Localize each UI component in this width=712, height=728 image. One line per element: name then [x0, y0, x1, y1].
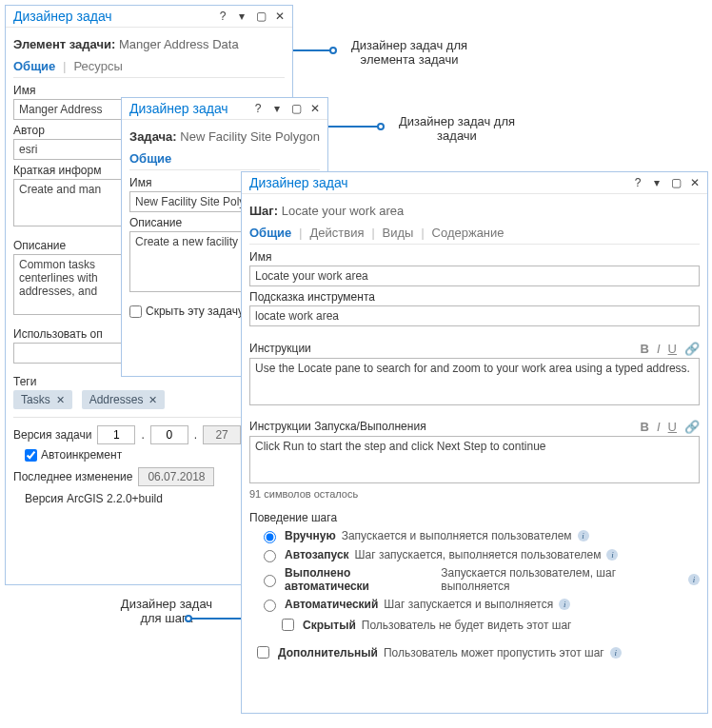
hide-task-checkbox[interactable] [129, 305, 142, 318]
hide-task-label: Скрыть эту задачу [146, 305, 244, 318]
dropdown-icon[interactable]: ▾ [650, 176, 663, 189]
maximize-icon[interactable]: ▢ [669, 176, 682, 189]
run-label: Инструкции Запуска/Выполнения [249, 420, 426, 433]
behavior-manual-desc: Запускается и выполняется пользователем [342, 529, 572, 542]
behavior-autostart-desc: Шаг запускается, выполняется пользовател… [355, 548, 602, 561]
link-button[interactable]: 🔗 [684, 342, 700, 356]
element-crumb-label: Элемент задачи: [13, 37, 115, 51]
behavior-label: Поведение шага [249, 511, 700, 524]
version-label: Версия задачи [13, 428, 91, 442]
behavior-autostart-radio[interactable] [264, 550, 276, 562]
version-build-input [203, 425, 241, 444]
annot-task-l2: задачи [381, 128, 533, 143]
behavior-autodone-radio[interactable] [264, 575, 276, 587]
tag-item[interactable]: Tasks ✕ [13, 390, 72, 409]
lastmod-label: Последнее изменение [13, 470, 132, 483]
info-icon[interactable]: i [578, 530, 589, 541]
annot-element-l1: Дизайнер задач для [333, 38, 485, 52]
tooltip-input[interactable] [249, 305, 700, 326]
underline-button[interactable]: U [668, 420, 677, 434]
behavior-auto-desc: Шаг запускается и выполняется [384, 598, 553, 611]
name-input[interactable] [249, 266, 700, 286]
task-crumb-value: New Facility Site Polygon [180, 129, 320, 144]
info-icon[interactable]: i [559, 599, 570, 610]
tag-label: Tasks [21, 393, 50, 406]
info-icon[interactable]: i [610, 647, 622, 659]
annot-task-l1: Дизайнер задач для [381, 114, 533, 128]
close-icon[interactable]: ✕ [688, 176, 702, 189]
autoinc-label: Автоинкремент [41, 448, 122, 462]
behavior-autostart-lab: Автозапуск [285, 548, 349, 561]
tag-remove-icon[interactable]: ✕ [148, 394, 157, 406]
help-icon[interactable]: ? [251, 102, 265, 115]
tag-item[interactable]: Addresses ✕ [82, 390, 166, 409]
annot-step-line [186, 618, 243, 620]
close-icon[interactable]: ✕ [308, 102, 322, 115]
underline-button[interactable]: U [668, 342, 677, 356]
task-crumb-label: Задача: [129, 129, 177, 144]
step-crumb-label: Шаг: [249, 204, 278, 218]
behavior-autodone-desc: Запускается пользователем, шаг выполняет… [441, 566, 682, 593]
tag-label: Addresses [89, 393, 144, 406]
step-panel: Дизайнер задач ? ▾ ▢ ✕ Шаг: Locate your … [241, 171, 708, 714]
help-icon[interactable]: ? [631, 176, 644, 189]
maximize-icon[interactable]: ▢ [254, 10, 267, 23]
run-input[interactable]: Click Run to start the step and click Ne… [249, 436, 700, 483]
behavior-hidden-desc: Пользователь не будет видеть этот шаг [362, 619, 572, 632]
tab-general[interactable]: Общие [249, 226, 291, 240]
tag-remove-icon[interactable]: ✕ [56, 394, 65, 406]
autoinc-checkbox[interactable] [25, 449, 37, 462]
tab-views[interactable]: Виды [383, 226, 414, 240]
optional-desc: Пользователь может пропустить этот шаг [384, 646, 604, 659]
name-label: Имя [249, 250, 700, 264]
behavior-manual-lab: Вручную [285, 529, 336, 542]
behavior-manual-radio[interactable] [264, 531, 276, 543]
info-icon[interactable]: i [688, 574, 700, 585]
behavior-autodone-lab: Выполнено автоматически [285, 566, 435, 593]
annot-task-line [326, 126, 384, 128]
version-minor-input[interactable] [150, 425, 188, 444]
step-crumb-value: Locate your work area [282, 204, 405, 218]
info-icon[interactable]: i [606, 549, 618, 561]
dropdown-icon[interactable]: ▾ [270, 102, 284, 115]
panel-title: Дизайнер задач [129, 101, 228, 116]
behavior-auto-lab: Автоматический [285, 598, 378, 611]
tab-general[interactable]: Общие [129, 151, 171, 166]
instr-input[interactable]: Use the Locate pane to search for and zo… [249, 358, 700, 405]
italic-button[interactable]: I [657, 342, 661, 356]
tab-content[interactable]: Содержание [432, 226, 504, 240]
tab-general[interactable]: Общие [13, 59, 55, 73]
lastmod-value [138, 467, 214, 486]
chars-left: 91 символов осталось [249, 488, 700, 500]
panel-title: Дизайнер задач [249, 175, 348, 190]
bold-button[interactable]: B [641, 420, 649, 434]
behavior-hidden-lab: Скрытый [303, 619, 356, 632]
tab-resources[interactable]: Ресурсы [73, 59, 122, 73]
dropdown-icon[interactable]: ▾ [235, 10, 248, 23]
tooltip-label: Подсказка инструмента [249, 290, 700, 304]
optional-lab: Дополнительный [278, 646, 378, 659]
link-button[interactable]: 🔗 [684, 420, 700, 434]
close-icon[interactable]: ✕ [273, 10, 287, 23]
version-major-input[interactable] [97, 425, 135, 444]
annot-element-l2: элемента задачи [333, 52, 485, 67]
instr-label: Инструкции [249, 342, 311, 355]
bold-button[interactable]: B [641, 342, 649, 356]
panel-title: Дизайнер задач [13, 9, 112, 24]
annot-step-l1: Дизайнер задач [90, 597, 243, 611]
element-crumb-value: Manger Address Data [119, 37, 239, 51]
italic-button[interactable]: I [657, 420, 661, 434]
behavior-auto-radio[interactable] [264, 600, 276, 612]
tab-actions[interactable]: Действия [309, 226, 364, 240]
help-icon[interactable]: ? [216, 10, 229, 23]
name-label: Имя [13, 84, 285, 97]
optional-checkbox[interactable] [257, 646, 269, 659]
behavior-hidden-checkbox[interactable] [282, 619, 294, 631]
maximize-icon[interactable]: ▢ [289, 102, 303, 115]
